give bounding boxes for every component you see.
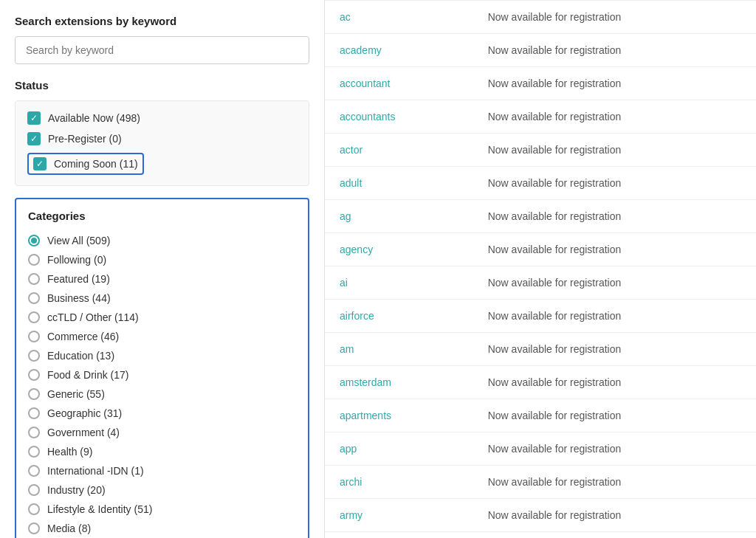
domain-link[interactable]: accountant [340, 77, 391, 89]
table-row: agNow available for registration [325, 200, 756, 233]
table-row: appNow available for registration [325, 432, 756, 466]
domain-link[interactable]: app [340, 443, 357, 455]
category-label: Industry (20) [47, 484, 106, 496]
radio-button [28, 427, 40, 438]
status-available-now[interactable]: ✓ Available Now (498) [27, 111, 297, 125]
checkmark-icon: ✓ [36, 159, 44, 168]
category-item[interactable]: Generic (55) [28, 384, 296, 404]
domain-link[interactable]: actor [340, 144, 362, 156]
category-item[interactable]: Featured (19) [28, 269, 296, 289]
category-item[interactable]: Food & Drink (17) [28, 365, 296, 384]
domain-link[interactable]: airforce [340, 310, 374, 322]
domain-link[interactable]: accountants [340, 111, 396, 123]
domain-status: Now available for registration [473, 167, 756, 200]
radio-button [28, 369, 40, 381]
domain-link[interactable]: apartments [340, 410, 391, 421]
category-label: Featured (19) [47, 273, 110, 285]
radio-button [28, 254, 40, 266]
category-item[interactable]: Health (9) [28, 442, 296, 461]
category-label: Government (4) [47, 427, 120, 438]
category-item[interactable]: View All (509) [28, 231, 296, 250]
table-row: amsterdamNow available for registration [325, 366, 756, 399]
category-label: Commerce (46) [47, 331, 119, 342]
status-pre-register[interactable]: ✓ Pre-Register (0) [27, 132, 297, 145]
status-coming-soon[interactable]: ✓ Coming Soon (11) [27, 153, 297, 175]
domain-status: Now available for registration [473, 67, 756, 100]
category-label: Geographic (31) [47, 407, 122, 419]
checkmark-icon: ✓ [30, 114, 38, 123]
category-item[interactable]: Lifestyle & Identity (51) [28, 500, 296, 519]
domain-status: Now available for registration [473, 233, 756, 266]
radio-button [28, 235, 40, 246]
category-item[interactable]: Business (44) [28, 289, 296, 308]
domain-status: Now available for registration [473, 366, 756, 399]
category-label: Generic (55) [47, 388, 105, 400]
category-label: Education (13) [47, 350, 114, 362]
table-row: accountantNow available for registration [325, 67, 756, 100]
status-comingsoon-label: Coming Soon (11) [54, 158, 138, 170]
category-item[interactable]: Geographic (31) [28, 404, 296, 423]
domain-status: Now available for registration [473, 399, 756, 432]
radio-button [28, 446, 40, 458]
radio-button [28, 465, 40, 477]
table-row: apartmentsNow available for registration [325, 399, 756, 432]
status-title: Status [15, 79, 309, 92]
domain-status: Now available for registration [473, 100, 756, 134]
table-row: archiNow available for registration [325, 466, 756, 499]
category-label: ccTLD / Other (114) [47, 311, 139, 323]
category-item[interactable]: Following (0) [28, 250, 296, 269]
category-label: Following (0) [47, 254, 106, 266]
domain-link[interactable]: am [340, 343, 354, 355]
category-item[interactable]: Education (13) [28, 346, 296, 365]
table-row: actorNow available for registration [325, 134, 756, 167]
category-item[interactable]: ccTLD / Other (114) [28, 308, 296, 327]
radio-button [28, 311, 40, 323]
category-label: Health (9) [47, 446, 92, 458]
category-label: View All (509) [47, 235, 110, 246]
category-item[interactable]: International -IDN (1) [28, 461, 296, 480]
domain-link[interactable]: agency [340, 244, 373, 255]
domain-link[interactable]: ac [340, 11, 351, 23]
category-item[interactable]: Media (8) [28, 519, 296, 538]
domain-link[interactable]: academy [340, 44, 382, 56]
table-row: amNow available for registration [325, 333, 756, 366]
category-item[interactable]: Government (4) [28, 423, 296, 442]
categories-title: Categories [28, 210, 296, 222]
status-available-label: Available Now (498) [48, 112, 140, 124]
table-row: aiNow available for registration [325, 266, 756, 300]
checkmark-icon: ✓ [30, 134, 38, 143]
table-row: acNow available for registration [325, 1, 756, 34]
search-input-wrapper [15, 36, 309, 64]
search-title: Search extensions by keyword [15, 15, 309, 27]
domain-status: Now available for registration [473, 333, 756, 366]
domain-link[interactable]: amsterdam [340, 376, 391, 388]
domain-link[interactable]: ai [340, 277, 348, 289]
domain-status: Now available for registration [473, 532, 756, 539]
category-item[interactable]: Industry (20) [28, 480, 296, 500]
domain-link[interactable]: army [340, 509, 362, 521]
search-input[interactable] [15, 36, 309, 64]
domain-table: acNow available for registrationacademyN… [325, 0, 756, 538]
domain-status: Now available for registration [473, 499, 756, 532]
checkbox-comingsoon: ✓ [33, 157, 47, 170]
table-row: adultNow available for registration [325, 167, 756, 200]
domain-status: Now available for registration [473, 34, 756, 67]
category-item[interactable]: Commerce (46) [28, 327, 296, 346]
radio-button [28, 484, 40, 496]
category-label: Business (44) [47, 292, 111, 304]
radio-button [28, 523, 40, 534]
table-row: airforceNow available for registration [325, 300, 756, 333]
radio-button [28, 350, 40, 362]
domain-link[interactable]: archi [340, 476, 362, 488]
checkbox-available: ✓ [27, 111, 41, 125]
radio-button [28, 292, 40, 304]
domain-link[interactable]: adult [340, 177, 362, 189]
category-label: Lifestyle & Identity (51) [47, 503, 152, 515]
radio-button [28, 331, 40, 342]
domain-status: Now available for registration [473, 1, 756, 34]
left-panel: Search extensions by keyword Status ✓ Av… [0, 0, 325, 538]
domain-link[interactable]: ag [340, 210, 351, 222]
coming-soon-highlight: ✓ Coming Soon (11) [27, 153, 144, 175]
radio-button [28, 503, 40, 515]
status-section: ✓ Available Now (498) ✓ Pre-Register (0)… [15, 100, 309, 186]
